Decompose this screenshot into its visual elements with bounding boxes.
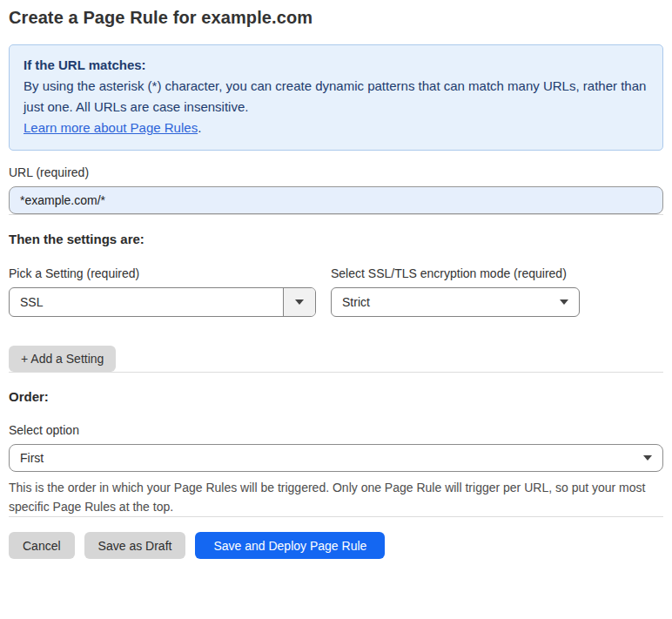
divider (9, 214, 663, 215)
setting-picker-group: Pick a Setting (required) SSL (9, 266, 316, 317)
setting-picker-value: SSL (10, 295, 283, 309)
url-input[interactable] (9, 186, 663, 214)
ssl-mode-dropdown[interactable]: Strict (331, 287, 580, 317)
setting-picker-dropdown[interactable]: SSL (9, 287, 316, 317)
ssl-mode-label: Select SSL/TLS encryption mode (required… (331, 266, 580, 280)
link-suffix: . (198, 120, 201, 135)
learn-more-link[interactable]: Learn more about Page Rules (24, 120, 198, 135)
order-section-heading: Order: (9, 389, 663, 404)
footer-actions: Cancel Save as Draft Save and Deploy Pag… (9, 532, 663, 559)
save-and-deploy-button[interactable]: Save and Deploy Page Rule (195, 532, 385, 559)
divider (9, 516, 663, 517)
order-arrow (633, 455, 662, 461)
chevron-down-icon (643, 455, 652, 461)
save-as-draft-button[interactable]: Save as Draft (84, 532, 186, 559)
setting-picker-label: Pick a Setting (required) (9, 266, 316, 280)
create-page-rule-form: Create a Page Rule for example.com If th… (0, 0, 672, 559)
cancel-button[interactable]: Cancel (9, 532, 75, 559)
chevron-down-icon (560, 299, 568, 305)
info-box-body: By using the asterisk (*) character, you… (24, 76, 648, 118)
url-field-label: URL (required) (9, 165, 663, 179)
info-box-heading: If the URL matches: (24, 55, 648, 76)
ssl-mode-arrow (549, 299, 579, 305)
order-help-text: This is the order in which your Page Rul… (9, 478, 663, 516)
add-setting-button[interactable]: + Add a Setting (9, 346, 116, 372)
order-select-label: Select option (9, 423, 663, 437)
order-value: First (10, 451, 633, 465)
order-dropdown[interactable]: First (9, 444, 663, 472)
divider (9, 372, 663, 373)
ssl-mode-group: Select SSL/TLS encryption mode (required… (331, 266, 580, 317)
settings-row: Pick a Setting (required) SSL Select SSL… (9, 266, 663, 317)
ssl-mode-value: Strict (332, 295, 549, 309)
url-match-info-box: If the URL matches: By using the asteris… (9, 44, 663, 151)
chevron-down-icon (295, 299, 304, 305)
info-box-link-line: Learn more about Page Rules. (24, 118, 648, 138)
settings-section-heading: Then the settings are: (9, 232, 663, 246)
page-title: Create a Page Rule for example.com (9, 8, 663, 28)
url-field-group: URL (required) (9, 165, 663, 214)
setting-picker-arrow-button[interactable] (283, 288, 315, 316)
